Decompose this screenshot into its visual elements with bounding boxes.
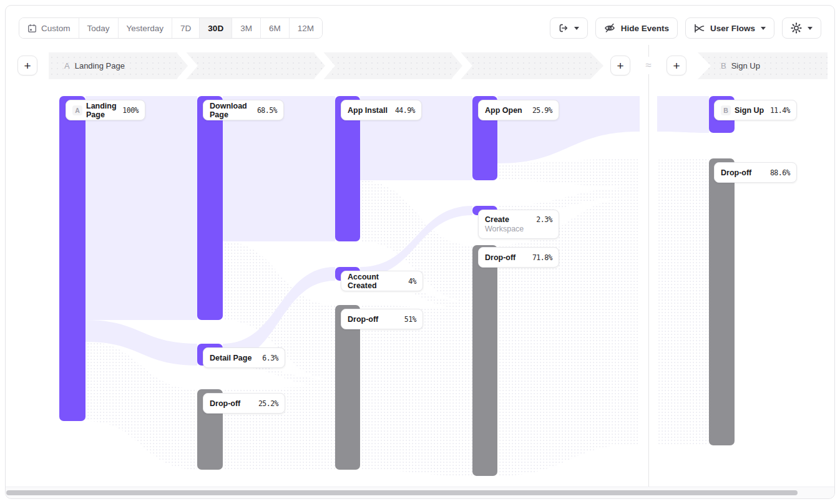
node-label-drop-off-3[interactable]: Drop-off71.8% [478,247,559,268]
node-percentage: 71.8% [532,253,552,262]
node-name: Drop-off [485,253,515,262]
node-label-drop-off-4[interactable]: Drop-off88.6% [714,162,797,183]
node-name-line2: Workspace [485,225,552,233]
node-percentage: 11.4% [770,106,790,115]
flow-drop-off-3-to-section-divider-dropoff [497,197,640,476]
node-label-detail-page[interactable]: Detail Page6.3% [203,347,285,368]
node-name: App Install [348,106,388,115]
node-percentage: 25.2% [258,399,278,408]
node-percentage: 51% [404,315,416,324]
horizontal-scrollbar-thumb[interactable] [6,490,798,495]
step-badge: B [721,105,731,115]
flow-landing-page-to-download-page [85,96,197,320]
step-badge: A [72,105,82,115]
node-name: Detail Page [210,354,252,362]
node-bar-download-page[interactable] [197,96,223,320]
node-name: Landing Page [86,102,119,119]
node-percentage: 88.6% [770,168,790,177]
node-name: App Open [485,106,522,115]
flow-drop-off-2-to-drop-off-3-dropoff [360,305,472,476]
node-label-drop-off-2[interactable]: Drop-off51% [341,309,423,329]
node-label-drop-off-1[interactable]: Drop-off25.2% [203,393,285,414]
node-percentage: 68.5% [257,106,277,115]
node-percentage: 2.3% [536,215,552,224]
node-bar-landing-page[interactable] [59,96,85,421]
node-percentage: 25.9% [532,106,552,115]
node-bar-drop-off-2[interactable] [335,305,360,470]
node-label-app-open[interactable]: App Open25.9% [478,100,559,120]
user-flows-page: CustomTodayYesterday7D30D3M6M12M [0,0,840,504]
node-name: Drop-off [348,315,378,324]
node-label-create-workspace[interactable]: Create2.3%Workspace [478,210,559,239]
node-label-sign-up[interactable]: BSign Up11.4% [714,100,797,120]
node-percentage: 4% [408,277,416,286]
node-name: Download Page [210,102,253,119]
node-label-app-install[interactable]: App Install44.9% [341,100,422,120]
flow-section-divider-to-sign-up [657,96,709,133]
node-name: Sign Up [735,106,764,115]
flow-section-divider-to-drop-off-4-dropoff [657,158,709,445]
flow-app-open-to-section-divider-dropoff [497,158,640,187]
node-name: Drop-off [210,399,240,408]
node-label-download-page[interactable]: Download Page68.5% [203,100,284,120]
node-percentage: 6.3% [262,354,278,362]
node-name: Create [485,215,509,224]
node-label-row: Create2.3% [485,215,552,224]
node-percentage: 100% [122,106,139,115]
node-name: Account Created [348,273,404,290]
node-percentage: 44.9% [395,106,415,115]
approx-symbol: ≈ [643,57,653,74]
node-label-landing-page[interactable]: ALanding Page100% [66,100,145,120]
node-bar-drop-off-3[interactable] [472,245,497,476]
node-name: Drop-off [721,168,751,177]
horizontal-scrollbar-track[interactable] [6,487,834,498]
node-bar-drop-off-4[interactable] [709,158,735,445]
node-label-account-created[interactable]: Account Created4% [341,271,423,291]
